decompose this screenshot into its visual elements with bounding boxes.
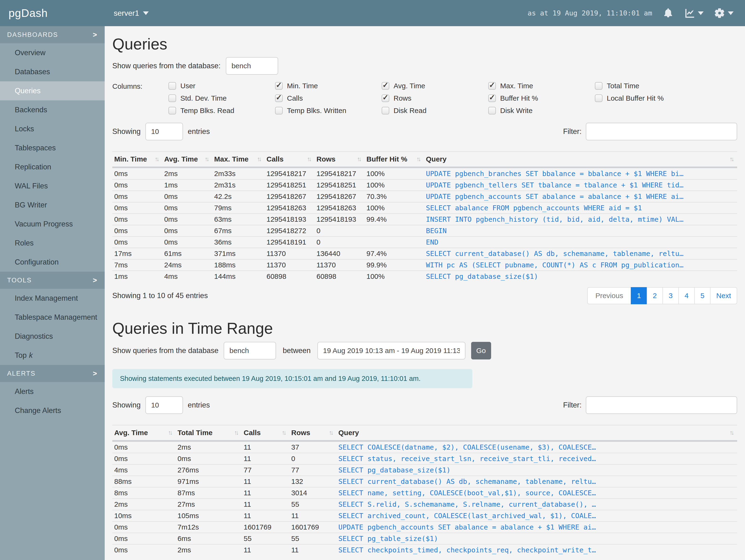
column-checkbox-buffer-hit[interactable]: Buffer Hit % bbox=[488, 94, 595, 102]
column-checkbox-temp-blks-written[interactable]: Temp Blks. Written bbox=[275, 106, 382, 115]
pagination-previous[interactable]: Previous bbox=[587, 287, 631, 304]
time-range-database-input[interactable] bbox=[224, 342, 276, 359]
table-controls-row: Showing entries Filter: bbox=[112, 123, 737, 140]
cell: 0 bbox=[315, 236, 364, 248]
query-link[interactable]: END bbox=[426, 238, 438, 246]
query-link[interactable]: SELECT status, receive_start_lsn, receiv… bbox=[338, 455, 596, 463]
pagination-next[interactable]: Next bbox=[710, 287, 737, 304]
pagination-page-3[interactable]: 3 bbox=[662, 287, 679, 304]
column-checkbox-user[interactable]: User bbox=[168, 82, 275, 90]
pagination-page-4[interactable]: 4 bbox=[678, 287, 695, 304]
pagination-page-2[interactable]: 2 bbox=[647, 287, 663, 304]
cell: 100% bbox=[364, 202, 424, 213]
column-header-query[interactable]: Query↑↓ bbox=[424, 152, 737, 167]
query-link[interactable]: UPDATE pgbench_accounts SET abalance = a… bbox=[426, 193, 684, 201]
column-checkbox-disk-write[interactable]: Disk Write bbox=[488, 106, 595, 115]
column-checkbox-total-time[interactable]: Total Time bbox=[595, 82, 702, 90]
column-header-total-time[interactable]: Total Time↑↓ bbox=[175, 425, 242, 441]
sidebar-item-bg-writer[interactable]: BG Writer bbox=[0, 196, 105, 215]
as-at-timestamp: as at 19 Aug 2019, 11:10:01 am bbox=[527, 9, 652, 17]
sidebar-item-top-k[interactable]: Top k bbox=[0, 346, 105, 365]
sidebar-item-locks[interactable]: Locks bbox=[0, 120, 105, 138]
column-header-calls[interactable]: Calls↑↓ bbox=[242, 425, 289, 441]
cell: 2ms bbox=[175, 544, 242, 556]
sidebar-item-alerts[interactable]: Alerts bbox=[0, 382, 105, 401]
table-row: 88ms971ms11132SELECT current_database() … bbox=[112, 476, 737, 487]
sidebar-item-tablespace-management[interactable]: Tablespace Management bbox=[0, 308, 105, 327]
database-input[interactable] bbox=[226, 57, 278, 75]
query-link[interactable]: SELECT S.relid, S.schemaname, S.relname,… bbox=[338, 500, 596, 508]
pagination-page-5[interactable]: 5 bbox=[694, 287, 711, 304]
settings-menu[interactable] bbox=[714, 8, 734, 19]
query-link[interactable]: UPDATE pgbench_accounts SET abalance = a… bbox=[338, 523, 596, 531]
query-link[interactable]: SELECT pg_table_size($1) bbox=[338, 534, 438, 542]
entries-count-input[interactable] bbox=[145, 396, 183, 414]
column-checkbox-std-dev-time[interactable]: Std. Dev. Time bbox=[168, 94, 275, 102]
query-link[interactable]: UPDATE pgbench_tellers SET tbalance = tb… bbox=[426, 181, 684, 189]
sidebar-item-index-management[interactable]: Index Management bbox=[0, 289, 105, 308]
pagination-page-1[interactable]: 1 bbox=[631, 287, 647, 304]
column-header-rows[interactable]: Rows↑↓ bbox=[315, 152, 364, 167]
column-header-max-time[interactable]: Max. Time↑↓ bbox=[212, 152, 265, 167]
entries-count-input[interactable] bbox=[145, 123, 183, 140]
brand-logo[interactable]: pgDash bbox=[0, 7, 105, 20]
sidebar-section-alerts[interactable]: ALERTS > bbox=[0, 365, 105, 382]
column-checkbox-temp-blks-read[interactable]: Temp Blks. Read bbox=[168, 106, 275, 115]
charts-menu[interactable] bbox=[684, 8, 704, 19]
sidebar-item-overview[interactable]: Overview bbox=[0, 43, 105, 62]
query-link[interactable]: SELECT checkpoints_timed, checkpoints_re… bbox=[338, 546, 596, 554]
sidebar-item-configuration[interactable]: Configuration bbox=[0, 253, 105, 272]
cell: 1295418251 bbox=[315, 179, 364, 191]
column-checkbox-calls[interactable]: Calls bbox=[275, 94, 382, 102]
sidebar-item-queries[interactable]: Queries bbox=[0, 81, 105, 100]
query-link[interactable]: INSERT INTO pgbench_history (tid, bid, a… bbox=[426, 215, 684, 223]
cell: 0ms bbox=[112, 522, 175, 533]
column-header-calls[interactable]: Calls↑↓ bbox=[265, 152, 315, 167]
column-checkbox-avg-time[interactable]: Avg. Time bbox=[382, 82, 488, 90]
query-link[interactable]: SELECT current_database() AS db, scheman… bbox=[338, 477, 596, 486]
sidebar-item-backends[interactable]: Backends bbox=[0, 100, 105, 120]
query-link[interactable]: SELECT abalance FROM pgbench_accounts WH… bbox=[426, 204, 642, 212]
database-picker-label: Show queries from the database: bbox=[112, 62, 221, 70]
query-link[interactable]: SELECT pg_database_size($1) bbox=[426, 272, 538, 281]
sidebar-item-replication[interactable]: Replication bbox=[0, 158, 105, 176]
checkbox-icon bbox=[275, 82, 283, 90]
date-range-input[interactable] bbox=[317, 342, 465, 359]
column-header-avg-time[interactable]: Avg. Time↑↓ bbox=[162, 152, 212, 167]
query-link[interactable]: UPDATE pgbench_branches SET bbalance = b… bbox=[426, 170, 684, 178]
notifications-bell-icon[interactable] bbox=[663, 8, 674, 19]
query-link[interactable]: SELECT pg_database_size($1) bbox=[338, 466, 450, 474]
column-checkbox-local-buffer-hit[interactable]: Local Buffer Hit % bbox=[595, 94, 702, 102]
query-cell: SELECT current_database() AS db, scheman… bbox=[424, 248, 737, 259]
column-header-rows[interactable]: Rows↑↓ bbox=[289, 425, 336, 441]
sidebar-item-databases[interactable]: Databases bbox=[0, 62, 105, 81]
sidebar-section-dashboards[interactable]: DASHBOARDS > bbox=[0, 26, 105, 43]
cell: 99.4% bbox=[364, 213, 424, 225]
column-header-buffer-hit[interactable]: Buffer Hit %↑↓ bbox=[364, 152, 424, 167]
sidebar-section-tools[interactable]: TOOLS > bbox=[0, 272, 105, 289]
query-link[interactable]: WITH pc AS (SELECT pubname, COUNT(*) AS … bbox=[426, 261, 684, 269]
sidebar-item-roles[interactable]: Roles bbox=[0, 234, 105, 253]
filter-input[interactable] bbox=[586, 396, 737, 414]
cell: 87ms bbox=[175, 487, 242, 499]
filter-input[interactable] bbox=[586, 123, 737, 140]
query-link[interactable]: SELECT current_database() AS db, scheman… bbox=[426, 250, 684, 258]
query-link[interactable]: SELECT COALESCE(datname, $2), COALESCE(u… bbox=[338, 443, 596, 451]
sidebar-item-diagnostics[interactable]: Diagnostics bbox=[0, 327, 105, 346]
go-button[interactable]: Go bbox=[471, 342, 491, 359]
column-checkbox-min-time[interactable]: Min. Time bbox=[275, 82, 382, 90]
query-link[interactable]: BEGIN bbox=[426, 227, 447, 235]
column-header-avg-time[interactable]: Avg. Time↑↓ bbox=[112, 425, 175, 441]
column-header-query[interactable]: Query↑↓ bbox=[336, 425, 737, 441]
column-checkbox-max-time[interactable]: Max. Time bbox=[488, 82, 595, 90]
sidebar-item-change-alerts[interactable]: Change Alerts bbox=[0, 401, 105, 420]
column-header-min-time[interactable]: Min. Time↑↓ bbox=[112, 152, 162, 167]
sidebar-item-tablespaces[interactable]: Tablespaces bbox=[0, 138, 105, 158]
server-selector[interactable]: server1 bbox=[114, 9, 149, 18]
column-checkbox-disk-read[interactable]: Disk Read bbox=[382, 106, 488, 115]
query-link[interactable]: SELECT archived_count, COALESCE(last_arc… bbox=[338, 512, 596, 520]
column-checkbox-rows[interactable]: Rows bbox=[382, 94, 488, 102]
sidebar-item-wal-files[interactable]: WAL Files bbox=[0, 176, 105, 196]
sidebar-item-vacuum-progress[interactable]: Vacuum Progress bbox=[0, 215, 105, 234]
query-link[interactable]: SELECT name, setting, COALESCE(boot_val,… bbox=[338, 489, 596, 497]
